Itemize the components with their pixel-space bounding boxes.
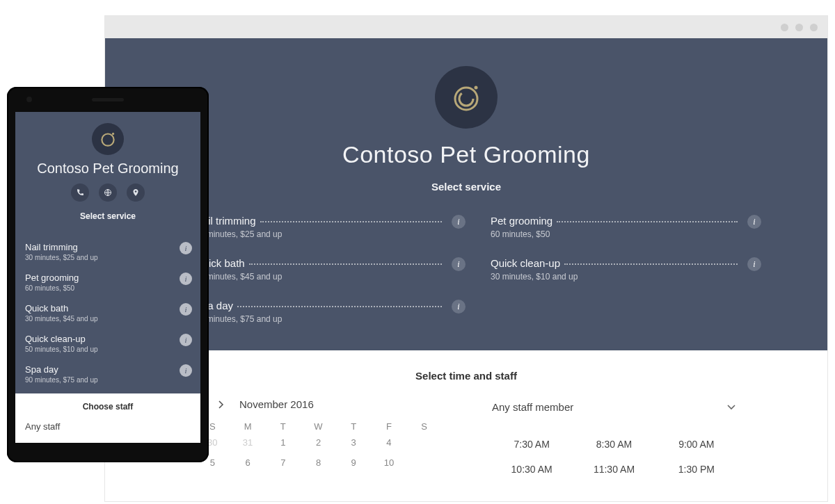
browser-titlebar xyxy=(105,16,827,38)
service-meta: 30 minutes, $45 and up xyxy=(25,315,191,323)
service-item[interactable]: Quick clean-up 30 minutes, $10 and up i xyxy=(491,257,738,282)
calendar: November 2016 S M T W T F S 30 31 1 xyxy=(195,398,442,475)
window-control-icon[interactable] xyxy=(781,24,788,31)
phone-frame: Contoso Pet Grooming Select service Nail… xyxy=(7,87,209,462)
browser-content: Contoso Pet Grooming Select service Nail… xyxy=(105,38,827,475)
map-pin-icon xyxy=(132,188,140,197)
dotted-leader xyxy=(249,263,442,265)
service-item[interactable]: Quick bath 30 minutes, $45 and up i xyxy=(195,257,442,282)
info-icon[interactable]: i xyxy=(180,242,192,254)
date-cell[interactable]: 7 xyxy=(265,457,301,468)
website-button[interactable] xyxy=(99,184,117,202)
info-icon[interactable]: i xyxy=(452,257,466,271)
dotted-leader xyxy=(564,263,738,265)
time-slot[interactable]: 8:30 AM xyxy=(573,439,655,450)
date-cell[interactable]: 8 xyxy=(301,457,336,468)
date-cell[interactable] xyxy=(406,457,442,468)
date-cell[interactable] xyxy=(406,437,442,448)
info-icon[interactable]: i xyxy=(452,215,466,229)
phone-button[interactable] xyxy=(71,184,89,202)
date-cell[interactable]: 2 xyxy=(301,437,336,448)
dotted-leader xyxy=(237,306,442,307)
service-title: Quick bath xyxy=(25,303,191,314)
time-slot[interactable]: 1:30 PM xyxy=(655,464,738,475)
date-cell[interactable]: 6 xyxy=(230,457,266,468)
select-service-label: Select service xyxy=(25,211,191,221)
service-title: Quick clean-up xyxy=(25,334,191,344)
service-item[interactable]: Spa day 90 minutes, $75 and up i xyxy=(25,360,191,391)
calendar-dow-row: S M T W T F S xyxy=(195,421,442,432)
calendar-next-button[interactable] xyxy=(217,400,230,409)
chevron-down-icon xyxy=(726,404,736,411)
time-slot-grid: 7:30 AM 8:30 AM 9:00 AM 10:30 AM 11:30 A… xyxy=(491,439,738,475)
browser-window: Contoso Pet Grooming Select service Nail… xyxy=(104,15,828,502)
service-item[interactable]: Spa day 90 minutes, $75 and up i xyxy=(195,300,442,324)
chevron-right-icon xyxy=(217,400,224,409)
logo-icon xyxy=(448,79,484,115)
business-name: Contoso Pet Grooming xyxy=(25,161,191,177)
service-meta: 30 minutes, $25 and up xyxy=(195,229,442,239)
dow-cell: W xyxy=(301,421,336,432)
date-cell[interactable]: 3 xyxy=(336,437,372,448)
svg-point-6 xyxy=(135,190,137,193)
service-meta: 90 minutes, $75 and up xyxy=(25,376,191,384)
info-icon[interactable]: i xyxy=(180,334,192,346)
time-slot[interactable]: 7:30 AM xyxy=(491,439,573,450)
booking-hero: Contoso Pet Grooming Select service Nail… xyxy=(105,38,827,350)
dow-cell: F xyxy=(372,421,407,432)
dow-cell: S xyxy=(406,421,442,432)
booking-lower: Select time and staff November 2016 S xyxy=(105,350,827,475)
staff-selected-label: Any staff member xyxy=(492,401,573,413)
info-icon[interactable]: i xyxy=(747,215,761,229)
staff-times-panel: Any staff member 7:30 AM 8:30 AM 9:00 AM… xyxy=(491,398,738,475)
staff-select[interactable]: Any staff member xyxy=(491,398,738,423)
service-meta: 60 minutes, $50 xyxy=(491,229,738,239)
service-item[interactable]: Quick clean-up 50 minutes, $10 and up i xyxy=(25,330,191,360)
dotted-leader xyxy=(557,221,738,222)
time-slot[interactable]: 9:00 AM xyxy=(655,439,738,450)
service-title: Nail trimming xyxy=(25,242,191,252)
globe-icon xyxy=(104,188,112,197)
info-icon[interactable]: i xyxy=(747,257,761,271)
service-item[interactable]: Nail trimming 30 minutes, $25 and up i xyxy=(25,238,191,268)
date-cell[interactable]: 4 xyxy=(372,437,407,448)
logo-icon xyxy=(98,129,118,149)
service-meta: 50 minutes, $10 and up xyxy=(25,346,191,353)
phone-icon xyxy=(76,188,84,197)
service-title: Pet grooming xyxy=(25,273,191,283)
date-cell[interactable]: 31 xyxy=(230,437,266,448)
service-item[interactable]: Pet grooming 60 minutes, $50 i xyxy=(25,268,191,299)
info-icon[interactable]: i xyxy=(180,364,192,377)
service-title: Pet grooming xyxy=(491,215,552,227)
time-slot[interactable]: 10:30 AM xyxy=(491,464,573,475)
service-meta: 60 minutes, $50 xyxy=(25,284,191,292)
location-button[interactable] xyxy=(127,184,145,202)
window-control-icon[interactable] xyxy=(795,24,803,31)
service-item[interactable]: Nail trimming 30 minutes, $25 and up i xyxy=(195,215,442,239)
service-meta: 30 minutes, $10 and up xyxy=(491,272,738,282)
service-title: Quick clean-up xyxy=(491,257,560,269)
dow-cell: M xyxy=(230,421,266,432)
window-control-icon[interactable] xyxy=(810,24,818,31)
date-cell[interactable]: 10 xyxy=(372,457,407,468)
phone-screen: Contoso Pet Grooming Select service Nail… xyxy=(15,112,200,443)
calendar-month-label: November 2016 xyxy=(239,398,314,410)
info-icon[interactable]: i xyxy=(452,300,466,314)
info-icon[interactable]: i xyxy=(180,303,192,316)
service-item[interactable]: Quick bath 30 minutes, $45 and up i xyxy=(25,299,191,330)
date-cell[interactable]: 1 xyxy=(265,437,301,448)
service-meta: 30 minutes, $25 and up xyxy=(25,254,191,261)
service-title: Spa day xyxy=(25,364,191,375)
dotted-leader xyxy=(260,221,442,222)
date-cell[interactable]: 9 xyxy=(336,457,372,468)
mobile-booking-lower: Choose staff Any staff xyxy=(15,393,200,443)
svg-point-2 xyxy=(475,86,478,90)
staff-option[interactable]: Any staff xyxy=(25,421,191,432)
service-item[interactable]: Pet grooming 60 minutes, $50 i xyxy=(491,215,738,239)
business-name: Contoso Pet Grooming xyxy=(105,141,827,168)
time-slot[interactable]: 11:30 AM xyxy=(573,464,655,475)
info-icon[interactable]: i xyxy=(180,273,192,285)
calendar-dates: 30 31 1 2 3 4 5 6 7 8 9 10 xyxy=(195,437,442,468)
service-grid: Nail trimming 30 minutes, $25 and up i P… xyxy=(195,215,738,324)
business-logo xyxy=(435,66,498,129)
